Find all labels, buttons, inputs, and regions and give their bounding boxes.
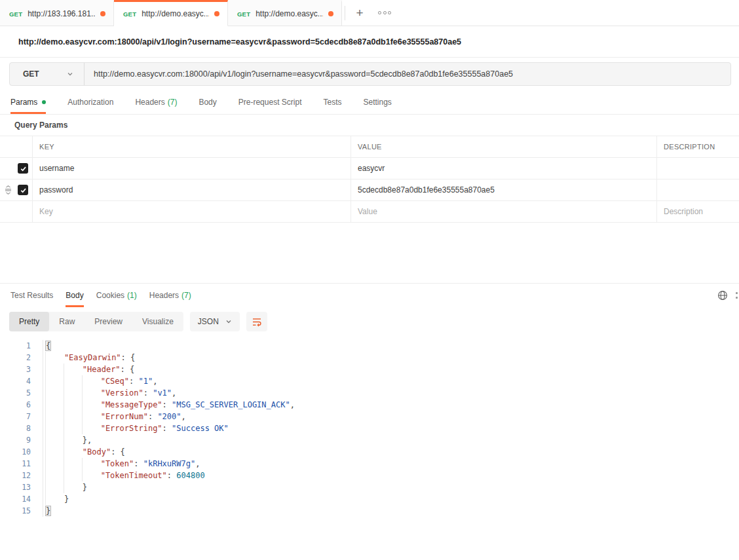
view-mode-raw[interactable]: Raw (49, 312, 85, 331)
view-mode-preview[interactable]: Preview (85, 312, 132, 331)
param-row-controls (0, 158, 33, 179)
column-header-label: VALUE (358, 143, 382, 151)
empty-value-cell[interactable]: Value (351, 201, 657, 222)
tab-count-badge: (1) (127, 291, 137, 300)
unsaved-dot (328, 11, 333, 16)
tab-strip-rest: + (342, 0, 739, 26)
tab-headers[interactable]: Headers(7) (135, 90, 177, 114)
tab-url-label: http://demo.easyc... (256, 9, 323, 18)
code-line: 9}, (0, 434, 739, 446)
tab-settings[interactable]: Settings (364, 90, 392, 114)
open-request-tabs: GEThttp://183.196.181....GEThttp://demo.… (0, 0, 342, 26)
param-description-cell[interactable] (657, 158, 739, 179)
code-line: 1{ (0, 340, 739, 352)
code-line-content: "EasyDarwin": { (43, 352, 739, 364)
code-line-content: } (43, 493, 739, 505)
code-editor[interactable]: 1{2"EasyDarwin": {3"Header": {4"CSeq": "… (0, 336, 739, 517)
new-tab-button[interactable]: + (351, 4, 369, 22)
open-request-tab[interactable]: GEThttp://demo.easyc... (228, 0, 342, 26)
line-number: 5 (0, 387, 31, 399)
empty-description-cell[interactable]: Description (657, 201, 739, 222)
code-line-content: "Header": { (43, 364, 739, 375)
format-select[interactable]: JSON (190, 312, 240, 331)
request-title: http://demo.easycvr.com:18000/api/v1/log… (18, 37, 461, 47)
tab-tests[interactable]: Tests (323, 90, 341, 114)
value-placeholder: Value (358, 207, 377, 216)
globe-icon[interactable] (715, 288, 730, 303)
tab-pre-request-script[interactable]: Pre-request Script (238, 90, 302, 114)
param-row-controls (0, 179, 33, 200)
response-tab-headers[interactable]: Headers(7) (149, 284, 191, 307)
unsaved-dot (214, 11, 219, 16)
view-mode-pretty[interactable]: Pretty (9, 312, 49, 331)
response-tab-cookies[interactable]: Cookies(1) (96, 284, 137, 307)
url-input[interactable]: http://demo.easycvr.com:18000/api/v1/log… (85, 63, 730, 85)
code-line: 12"TokenTimeout": 604800 (0, 470, 739, 481)
param-key: password (39, 185, 73, 195)
column-header-label: KEY (39, 143, 54, 151)
response-tab-body[interactable]: Body (66, 284, 83, 307)
wrap-text-button[interactable] (246, 312, 267, 331)
view-mode-visualize[interactable]: Visualize (132, 312, 183, 331)
description-placeholder: Description (664, 207, 703, 216)
line-number: 14 (0, 493, 31, 505)
param-row: usernameeasycvr (0, 158, 739, 179)
param-key-cell[interactable]: password (33, 179, 351, 200)
tab-authorization[interactable]: Authorization (67, 90, 113, 114)
method-select[interactable]: GET (10, 63, 85, 85)
column-header: KEY (33, 136, 351, 157)
line-number: 6 (0, 399, 31, 411)
empty-row-controls (0, 201, 33, 222)
param-value-cell[interactable]: 5cdecdb8e87a0db1fe6e35555a870ae5 (351, 179, 657, 200)
column-header: DESCRIPTION (657, 136, 739, 157)
param-checkbox[interactable] (18, 163, 28, 174)
line-number: 12 (0, 470, 31, 481)
line-number: 8 (0, 422, 31, 434)
clipped-icon[interactable] (736, 291, 738, 300)
code-line: 13} (0, 481, 739, 493)
tab-strip-divider (345, 6, 345, 20)
tab-method-badge: GET (123, 10, 136, 18)
tab-params[interactable]: Params (10, 90, 46, 114)
tab-body[interactable]: Body (199, 90, 216, 114)
tab-url-label: http://demo.easyc... (142, 9, 209, 18)
param-key-cell[interactable]: username (33, 158, 351, 179)
code-line: 3"Header": { (0, 364, 739, 375)
tab-method-badge: GET (9, 10, 22, 18)
view-mode-segmented-control: PrettyRawPreviewVisualize (9, 312, 183, 331)
tab-label: Body (66, 291, 83, 300)
param-row: password5cdecdb8e87a0db1fe6e35555a870ae5 (0, 179, 739, 201)
code-line-content: "ErrorString": "Success OK" (43, 422, 739, 434)
line-number: 11 (0, 458, 31, 470)
more-options-icon[interactable] (375, 7, 394, 18)
tab-method-badge: GET (237, 10, 250, 18)
param-empty-row: KeyValueDescription (0, 201, 739, 223)
line-number: 4 (0, 375, 31, 387)
param-checkbox[interactable] (18, 185, 28, 195)
param-description-cell[interactable] (657, 179, 739, 200)
empty-key-cell[interactable]: Key (33, 201, 351, 222)
line-number: 2 (0, 352, 31, 364)
column-header: VALUE (351, 136, 657, 157)
code-line-content: "Body": { (43, 446, 739, 458)
view-mode-label: Preview (94, 317, 123, 326)
param-value-cell[interactable]: easycvr (351, 158, 657, 179)
tab-label: Body (199, 98, 216, 107)
open-request-tab[interactable]: GEThttp://demo.easyc... (114, 0, 228, 26)
method-label: GET (23, 69, 39, 79)
request-body-spacer (0, 223, 739, 283)
code-line: 8"ErrorString": "Success OK" (0, 422, 739, 434)
tab-label: Pre-request Script (238, 98, 302, 107)
param-value: 5cdecdb8e87a0db1fe6e35555a870ae5 (358, 185, 495, 195)
query-params-title: Query Params (0, 115, 739, 136)
check-icon (20, 165, 27, 172)
tab-label: Params (10, 98, 37, 107)
view-mode-label: Raw (59, 317, 75, 326)
code-line: 4"CSeq": "1", (0, 375, 739, 387)
open-request-tab[interactable]: GEThttp://183.196.181.... (0, 0, 114, 26)
response-tab-test-results[interactable]: Test Results (10, 284, 53, 307)
query-params-table: KEYVALUEDESCRIPTIONusernameeasycvrpasswo… (0, 136, 739, 223)
drag-handle[interactable] (4, 185, 12, 195)
params-header-row: KEYVALUEDESCRIPTION (0, 136, 739, 158)
code-line-content: }, (43, 434, 739, 446)
